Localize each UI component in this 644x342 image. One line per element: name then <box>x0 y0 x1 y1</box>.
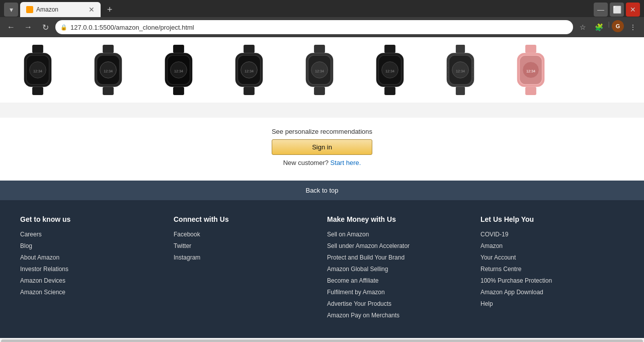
amazon-pay-merchants-link[interactable]: Amazon Pay on Merchants <box>327 312 399 319</box>
list-item: About Amazon <box>20 253 164 261</box>
scrollbar-track[interactable] <box>1 339 643 342</box>
sell-on-amazon-link[interactable]: Sell on Amazon <box>327 231 369 238</box>
list-item: Facebook <box>174 230 317 238</box>
new-tab-button[interactable]: + <box>103 3 117 17</box>
watch-svg-2: 12:34 <box>88 45 128 95</box>
list-item: Amazon Devices <box>20 277 164 284</box>
svg-text:12:34: 12:34 <box>33 69 42 73</box>
extensions-button[interactable]: 🧩 <box>592 20 606 34</box>
maximize-button[interactable]: ⬜ <box>610 3 624 17</box>
list-item: Returns Centre <box>480 265 624 273</box>
address-bar[interactable]: 🔒 <box>55 20 573 34</box>
advertise-products-link[interactable]: Advertise Your Products <box>327 300 391 307</box>
forward-button[interactable]: → <box>21 20 35 34</box>
list-item: Amazon Pay on Merchants <box>327 311 470 319</box>
svg-rect-35 <box>384 45 395 53</box>
fulfilment-link[interactable]: Fulfilment by Amazon <box>327 289 385 296</box>
protect-brand-link[interactable]: Protect and Build Your Brand <box>327 254 405 261</box>
svg-rect-36 <box>384 87 395 95</box>
scrollbar-area[interactable] <box>0 338 644 342</box>
svg-rect-0 <box>32 45 43 53</box>
become-affiliate-link[interactable]: Become an Affiliate <box>327 277 379 284</box>
instagram-link[interactable]: Instagram <box>174 254 200 261</box>
svg-rect-29 <box>314 87 325 95</box>
nav-extras: ☆ 🧩 | G ⋮ <box>576 20 640 34</box>
product-image-3[interactable]: 12:34 <box>151 42 206 98</box>
footer-col-help-list: COVID-19 Amazon Your Account Returns Cen… <box>480 230 624 307</box>
profile-initial: G <box>616 23 620 29</box>
watch-svg-1: 12:34 <box>18 45 58 95</box>
back-icon: ← <box>7 23 15 32</box>
tab-dropdown-button[interactable]: ▾ <box>4 3 18 17</box>
help-link[interactable]: Help <box>480 300 493 307</box>
app-download-link[interactable]: Amazon App Download <box>480 289 543 296</box>
back-to-top-bar[interactable]: Back to top <box>0 181 644 200</box>
product-image-4[interactable]: 12:34 <box>221 42 277 98</box>
bookmark-icon: ☆ <box>580 23 586 31</box>
watch-svg-7: 12:34 <box>440 45 480 95</box>
careers-link[interactable]: Careers <box>20 231 42 238</box>
profile-button[interactable]: G <box>612 20 624 32</box>
url-input[interactable] <box>70 24 568 31</box>
footer-col-help-heading: Let Us Help You <box>480 215 624 223</box>
investor-relations-link[interactable]: Investor Relations <box>20 266 68 273</box>
more-options-button[interactable]: ⋮ <box>626 20 640 34</box>
list-item: Twitter <box>174 242 317 249</box>
bookmark-button[interactable]: ☆ <box>576 20 590 34</box>
global-selling-link[interactable]: Amazon Global Selling <box>327 266 388 273</box>
list-item: Amazon Global Selling <box>327 265 470 273</box>
returns-centre-link[interactable]: Returns Centre <box>480 266 521 273</box>
footer-col-connect-list: Facebook Twitter Instagram <box>174 230 317 261</box>
product-image-1[interactable]: 12:34 <box>10 42 65 98</box>
minimize-button[interactable]: — <box>594 3 608 17</box>
twitter-link[interactable]: Twitter <box>174 242 191 249</box>
blog-link[interactable]: Blog <box>20 242 32 249</box>
svg-rect-8 <box>103 87 114 95</box>
amazon-devices-link[interactable]: Amazon Devices <box>20 277 65 284</box>
svg-rect-22 <box>244 87 255 95</box>
facebook-link[interactable]: Facebook <box>174 231 200 238</box>
list-item: Sell under Amazon Accelerator <box>327 242 470 249</box>
page-content: 12:34 12:34 <box>0 37 644 342</box>
product-image-5[interactable]: 12:34 <box>292 42 347 98</box>
footer-col-about-heading: Get to know us <box>20 215 164 223</box>
svg-rect-42 <box>456 45 465 53</box>
new-customer-text: New customer? Start here. <box>10 159 634 166</box>
amazon-science-link[interactable]: Amazon Science <box>20 289 65 296</box>
extensions-icon: 🧩 <box>595 23 603 31</box>
product-image-7[interactable]: 12:34 <box>433 42 488 98</box>
amazon-link[interactable]: Amazon <box>480 242 503 249</box>
svg-rect-15 <box>173 87 184 95</box>
back-button[interactable]: ← <box>4 20 18 34</box>
tab-close-icon[interactable]: ✕ <box>89 6 95 14</box>
your-account-link[interactable]: Your Account <box>480 254 516 261</box>
covid-link[interactable]: COVID-19 <box>480 231 508 238</box>
svg-rect-1 <box>32 87 43 95</box>
list-item: COVID-19 <box>480 230 624 238</box>
start-here-link[interactable]: Start here. <box>331 159 361 166</box>
product-image-2[interactable]: 12:34 <box>80 42 136 98</box>
list-item: Become an Affiliate <box>327 277 470 284</box>
active-tab[interactable]: Amazon ✕ <box>20 2 101 17</box>
forward-icon: → <box>24 23 32 32</box>
tab-title-label: Amazon <box>36 6 58 13</box>
svg-text:12:34: 12:34 <box>174 69 183 73</box>
product-image-6[interactable]: 12:34 <box>362 42 418 98</box>
product-image-8[interactable]: 12:34 <box>503 42 558 98</box>
amazon-favicon <box>26 6 33 13</box>
svg-text:12:34: 12:34 <box>245 69 254 73</box>
watch-svg-5: 12:34 <box>299 45 340 95</box>
purchase-protection-link[interactable]: 100% Purchase Protection <box>480 277 552 284</box>
footer: Get to know us Careers Blog About Amazon… <box>0 200 644 338</box>
plus-icon: + <box>107 5 113 15</box>
list-item: Help <box>480 300 624 307</box>
about-amazon-link[interactable]: About Amazon <box>20 254 59 261</box>
chevron-down-icon: ▾ <box>10 6 13 14</box>
signin-button[interactable]: Sign in <box>272 139 372 155</box>
svg-text:12:34: 12:34 <box>104 69 113 73</box>
list-item: Investor Relations <box>20 265 164 273</box>
close-button[interactable]: ✕ <box>626 3 640 17</box>
refresh-button[interactable]: ↻ <box>38 20 52 34</box>
sell-under-accelerator-link[interactable]: Sell under Amazon Accelerator <box>327 242 410 249</box>
svg-text:12:34: 12:34 <box>315 69 324 73</box>
